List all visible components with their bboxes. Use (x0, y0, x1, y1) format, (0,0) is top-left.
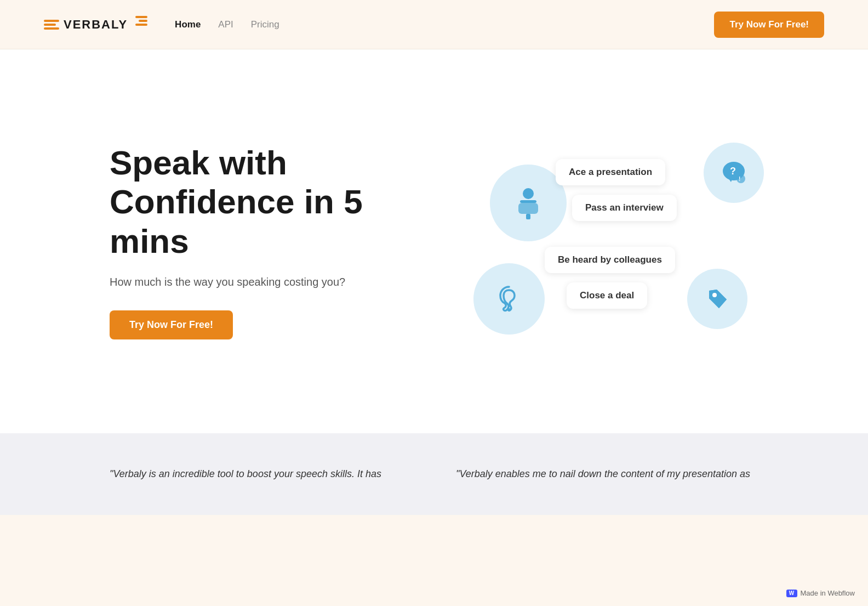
logo-line (44, 24, 56, 26)
logo-line (44, 27, 59, 30)
logo-spark-line (139, 20, 147, 22)
nav-links: Home API Pricing (175, 19, 279, 30)
brand-name: VERBALY (64, 18, 128, 32)
svg-point-9 (507, 308, 511, 312)
circle-question: ? ! (704, 143, 764, 203)
hero-title: Speak with Confidence in 5 mins (110, 143, 416, 260)
svg-rect-2 (518, 203, 538, 214)
testimonial-text-1: "Verbaly is an incredible tool to boost … (110, 466, 412, 482)
svg-text:?: ? (730, 166, 736, 177)
svg-point-0 (523, 188, 534, 199)
speech-bubble-colleagues: Be heard by colleagues (545, 247, 675, 273)
hero-section: Speak with Confidence in 5 mins How much… (0, 49, 868, 433)
testimonial-1: "Verbaly is an incredible tool to boost … (110, 466, 412, 482)
nav-link-home[interactable]: Home (175, 19, 201, 30)
speech-bubble-interview: Pass an interview (572, 195, 677, 221)
hero-illustration: ? ! Ace a presentation (452, 132, 780, 351)
ear-icon (493, 282, 526, 315)
webflow-label: Made in Webflow (801, 589, 855, 597)
hero-cta-button[interactable]: Try Now For Free! (110, 310, 233, 339)
circle-ear (473, 263, 545, 335)
svg-rect-1 (520, 200, 536, 203)
logo-lines-left (44, 20, 59, 30)
logo-spark-line (135, 16, 147, 18)
nav-cta-button[interactable]: Try Now For Free! (714, 12, 824, 38)
logo-spark (132, 16, 147, 33)
navbar-left: VERBALY Home API Pricing (44, 16, 279, 33)
webflow-logo-icon: W (786, 590, 797, 597)
navbar: VERBALY Home API Pricing Try Now For Fre… (0, 0, 868, 49)
hero-left: Speak with Confidence in 5 mins How much… (110, 143, 416, 339)
nav-link-api[interactable]: API (218, 19, 233, 30)
hero-subtitle: How much is the way you speaking costing… (110, 276, 416, 288)
circle-tag (687, 269, 747, 329)
presenter-icon (509, 184, 547, 222)
svg-rect-3 (526, 214, 530, 219)
testimonial-2: "Verbaly enables me to nail down the con… (456, 466, 758, 482)
svg-point-7 (736, 174, 745, 183)
logo-line (44, 20, 59, 22)
circle-presenter (490, 165, 567, 241)
testimonials-section: "Verbaly is an incredible tool to boost … (0, 433, 868, 515)
tag-icon (701, 283, 733, 315)
webflow-badge: W Made in Webflow (786, 589, 855, 597)
question-icon: ? ! (718, 157, 750, 189)
speech-bubble-presentation: Ace a presentation (556, 159, 665, 185)
svg-text:!: ! (739, 176, 740, 182)
testimonial-text-2: "Verbaly enables me to nail down the con… (456, 466, 758, 482)
logo-spark-line (135, 24, 147, 26)
nav-link-pricing[interactable]: Pricing (251, 19, 279, 30)
speech-bubble-deal: Close a deal (567, 282, 647, 309)
logo: VERBALY (44, 16, 147, 33)
svg-point-10 (712, 293, 717, 297)
